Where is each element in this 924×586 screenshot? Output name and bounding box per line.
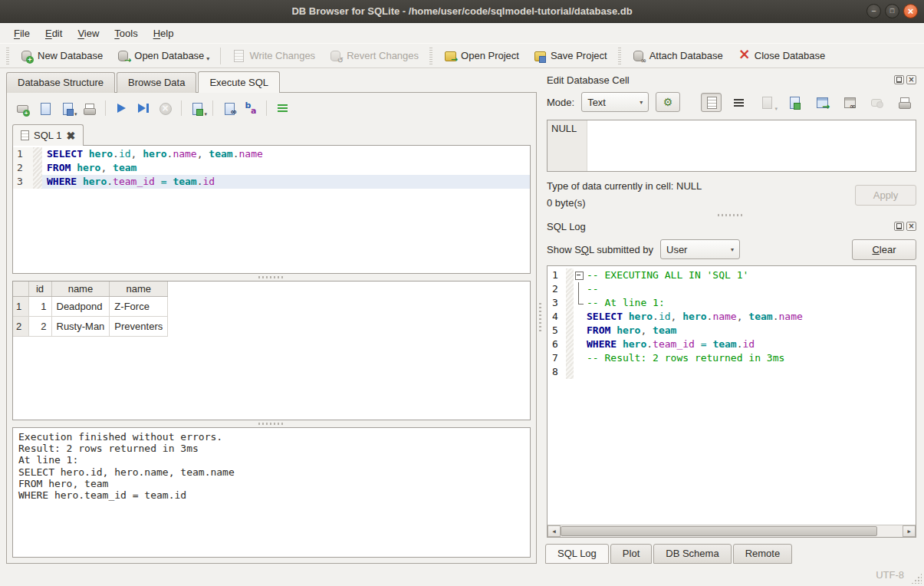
fold-marker-icon[interactable] (574, 268, 584, 282)
column-header-name[interactable]: name (51, 281, 110, 297)
menu-item-view[interactable]: View (70, 25, 107, 41)
table-cell[interactable]: 1 (28, 297, 51, 317)
splitter-handle[interactable] (12, 274, 531, 281)
open-external-button[interactable] (811, 93, 832, 112)
row-header[interactable]: 1 (13, 297, 28, 317)
export-data-button[interactable] (784, 93, 804, 112)
close-icon[interactable] (903, 4, 918, 18)
cell-value: NULL (547, 120, 587, 171)
new-sql-tab-button[interactable] (12, 99, 32, 117)
toolbar-button-close-database[interactable]: Close Database (730, 46, 833, 65)
open-sql-file-button[interactable] (35, 99, 54, 117)
format-sql-button[interactable] (272, 99, 292, 117)
scroll-left-icon[interactable]: ◀ (547, 525, 561, 537)
resize-grip-icon[interactable] (911, 573, 922, 584)
toolbar-button-open-database[interactable]: Open Database▾ (110, 46, 216, 65)
splitter-handle[interactable] (544, 212, 918, 219)
fold-column (574, 365, 584, 379)
dropdown-caret-icon: ▾ (205, 111, 208, 119)
fold-marker-icon[interactable] (574, 296, 584, 310)
toolbar-button-label: Revert Changes (347, 50, 419, 61)
tab-database-structure[interactable]: Database Structure (6, 72, 115, 93)
close-panel-icon[interactable] (906, 75, 916, 84)
toolbar-button-save-project[interactable]: Save Project (526, 46, 614, 65)
clear-button[interactable]: Clear (852, 239, 916, 260)
copy-link-button[interactable] (839, 93, 860, 112)
column-header-id[interactable]: id (28, 281, 51, 297)
dropdown-caret-icon: ▾ (206, 55, 209, 62)
menu-bar: FileEditViewToolsHelp (0, 23, 924, 43)
export-results-icon (190, 102, 203, 115)
close-database-icon (737, 49, 750, 62)
edit-cell-header: Edit Database Cell (544, 72, 918, 87)
stop-button (156, 99, 176, 117)
find-replace-button[interactable] (241, 99, 261, 117)
menu-item-edit[interactable]: Edit (38, 25, 70, 41)
menu-item-help[interactable]: Help (146, 25, 182, 41)
line-number: 1 (547, 268, 566, 282)
minimize-icon[interactable] (866, 4, 881, 18)
maximize-icon[interactable] (885, 4, 899, 18)
float-panel-icon[interactable] (894, 222, 904, 231)
code-text: -- EXECUTING ALL IN 'SQL 1' (584, 268, 748, 282)
write-changes-icon (232, 49, 245, 62)
dock-tab-db-schema[interactable]: DB Schema (653, 544, 731, 564)
splitter-handle[interactable] (12, 420, 531, 427)
cell-value-editor[interactable]: NULL (547, 120, 916, 172)
close-tab-icon[interactable]: ✖ (66, 130, 75, 141)
execute-all-button[interactable] (111, 99, 131, 117)
word-wrap-button[interactable] (728, 93, 749, 112)
close-panel-icon[interactable] (906, 222, 916, 231)
dock-tab-remote[interactable]: Remote (733, 544, 793, 564)
tab-execute-sql[interactable]: Execute SQL (198, 71, 280, 93)
save-project-icon (533, 49, 546, 62)
tab-browse-data[interactable]: Browse Data (117, 72, 196, 93)
window-controls (866, 4, 918, 18)
results-grid[interactable]: idnamename 11DeadpondZ-Force22Rusty-ManP… (12, 281, 531, 420)
submitted-by-select[interactable]: User ▾ (660, 239, 740, 259)
toolbar-handle (429, 48, 432, 64)
sql-code-editor[interactable]: 1SELECT hero.id, hero.name, team.name2FR… (12, 145, 531, 274)
mode-label: Mode: (547, 97, 574, 108)
cell-edit-area[interactable] (587, 120, 916, 171)
menu-item-file[interactable]: File (6, 25, 38, 41)
set-null-icon (870, 96, 883, 109)
title-bar[interactable]: DB Browser for SQLite - /home/user/code/… (0, 0, 924, 23)
fold-margin (566, 351, 574, 365)
sql-tab[interactable]: SQL 1 ✖ (12, 124, 84, 146)
horizontal-scrollbar[interactable]: ◀ ▶ (547, 525, 916, 537)
table-cell[interactable]: Z-Force (110, 297, 168, 317)
print-cell-icon (898, 96, 911, 109)
main-tab-bar: Database StructureBrowse DataExecute SQL (6, 72, 537, 93)
table-cell[interactable]: Rusty-Man (51, 317, 110, 337)
sql-log-view[interactable]: 1-- EXECUTING ALL IN 'SQL 1'2--3-- At li… (547, 265, 916, 538)
text-mode-button[interactable] (701, 93, 722, 112)
fold-marker-icon[interactable] (574, 282, 584, 296)
scroll-right-icon[interactable]: ▶ (903, 525, 916, 537)
mode-select[interactable]: Text ▾ (581, 92, 649, 112)
print-button[interactable] (80, 99, 100, 117)
fold-margin (33, 175, 42, 189)
row-header[interactable]: 2 (13, 317, 28, 337)
table-corner-header (13, 281, 28, 297)
find-button[interactable] (219, 99, 238, 117)
column-header-name[interactable]: name (110, 281, 168, 297)
toolbar-button-open-project[interactable]: Open Project (436, 46, 526, 65)
execute-line-button[interactable] (133, 99, 153, 117)
dock-tab-plot[interactable]: Plot (610, 544, 652, 564)
panel-splitter[interactable] (537, 72, 544, 564)
table-cell[interactable]: Deadpond (51, 297, 110, 317)
toolbar-button-attach-database[interactable]: Attach Database (625, 46, 730, 65)
toolbar-button-new-database[interactable]: New Database (13, 46, 110, 65)
gear-icon: ⚙ (663, 97, 673, 107)
float-panel-icon[interactable] (894, 75, 904, 84)
table-cell[interactable]: 2 (28, 317, 51, 337)
print-cell-button[interactable] (894, 93, 915, 112)
table-cell[interactable]: Preventers (110, 317, 168, 337)
menu-item-tools[interactable]: Tools (107, 25, 145, 41)
scrollbar-thumb[interactable] (561, 526, 877, 536)
fold-column (574, 351, 584, 365)
dock-tab-sql-log[interactable]: SQL Log (545, 544, 609, 564)
auto-apply-button[interactable]: ⚙ (656, 92, 680, 112)
line-number: 2 (13, 161, 33, 175)
